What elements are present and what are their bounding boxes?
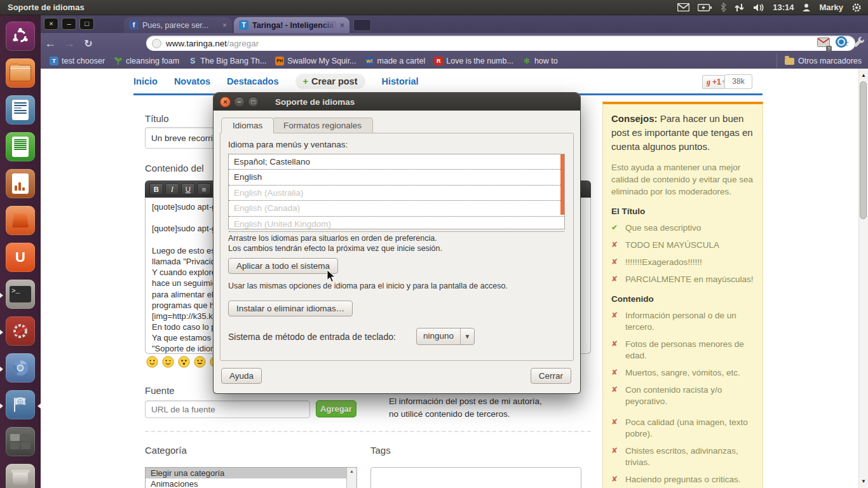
bookmark-item[interactable]: ✻how to — [522, 57, 558, 65]
folder-icon — [785, 58, 794, 65]
bluetooth-icon[interactable] — [720, 3, 726, 12]
categoria-listbox[interactable]: Elegir una categoría Animaciones ▲ — [145, 467, 357, 488]
forward-button[interactable]: → — [60, 37, 79, 50]
align-button[interactable]: ≡ — [197, 183, 211, 195]
ubuntu-dash-button[interactable] — [6, 22, 35, 51]
volume-icon[interactable] — [753, 3, 764, 12]
network-icon[interactable] — [735, 3, 745, 12]
window-maximize-button[interactable]: □ — [79, 18, 94, 30]
addon-circle-icon[interactable] — [835, 36, 848, 51]
bookmark-item[interactable]: cleansing foam — [114, 57, 179, 65]
tags-input[interactable] — [370, 467, 581, 488]
language-row[interactable]: English — [229, 170, 564, 185]
site-identity-icon[interactable] — [152, 39, 161, 48]
language-row[interactable]: Español; Castellano — [229, 154, 564, 170]
install-remove-languages-button[interactable]: Instalar o eliminar idiomas… — [228, 301, 353, 316]
bookmark-item[interactable]: SThe Big Bang Th... — [188, 57, 266, 65]
tip-item: ✘Con contenido racista y/o peyorativo. — [611, 384, 754, 407]
ubuntu-one-icon[interactable]: U — [6, 243, 35, 272]
bookmark-item[interactable]: w!made a cartel — [365, 57, 426, 65]
other-bookmarks-button[interactable]: Otros marcadores — [776, 53, 862, 69]
workspace-switcher-icon[interactable] — [6, 427, 35, 456]
language-support-icon[interactable] — [6, 390, 35, 419]
consejos-panel: Consejos: Para hacer un buen post es imp… — [602, 102, 763, 488]
smiley-icon[interactable] — [162, 356, 174, 368]
apply-system-wide-button[interactable]: Aplicar a todo el sistema — [228, 258, 338, 274]
dialog-close-button[interactable]: × — [220, 97, 231, 107]
top-panel: Soporte de idiomas 13:14 Marky — [0, 0, 868, 15]
window-minimize-button[interactable]: – — [62, 18, 76, 30]
user-menu[interactable]: Marky — [819, 3, 843, 12]
scroll-down-icon[interactable]: ▼ — [859, 478, 868, 484]
categoria-scrollbar[interactable]: ▲ — [346, 468, 356, 488]
libreoffice-writer-icon[interactable] — [6, 95, 35, 125]
categoria-option[interactable]: Elegir una categoría — [146, 468, 356, 478]
bookmark-label: test chooser — [62, 57, 105, 65]
bookmark-item[interactable]: RLove is the numb... — [434, 57, 513, 65]
language-row[interactable]: English (Canada) — [229, 201, 564, 216]
close-dialog-button[interactable]: Cerrar — [531, 368, 571, 384]
tab-formatos-regionales[interactable]: Formatos regionales — [272, 118, 373, 133]
smiley-icon[interactable] — [194, 356, 206, 368]
consejos-heading: Consejos: — [611, 113, 658, 124]
scroll-up-icon[interactable]: ▲ — [347, 469, 356, 473]
url-bar[interactable]: www.taringa.net /agregar ☆ — [146, 36, 855, 51]
fuente-input[interactable] — [145, 400, 310, 418]
language-row[interactable]: English (Australia) — [229, 186, 564, 201]
back-button[interactable]: ← — [41, 37, 60, 50]
libreoffice-impress-icon[interactable] — [6, 169, 35, 198]
tab-close-icon[interactable]: × — [340, 21, 344, 30]
libreoffice-calc-icon[interactable] — [6, 132, 35, 161]
smiley-icon[interactable] — [178, 356, 190, 368]
terminal-icon[interactable]: >_ — [6, 280, 35, 309]
active-app-title: Soporte de idiomas — [8, 3, 85, 12]
dialog-title: Soporte de idiomas — [275, 97, 355, 107]
hint-line: Los cambios tendrán efecto la próxima ve… — [228, 244, 442, 254]
autoria-line: El información del post es de mi autoría… — [389, 395, 542, 408]
scroll-up-icon[interactable]: ▲ — [859, 72, 868, 78]
reload-button[interactable]: ↻ — [79, 37, 98, 50]
italic-button[interactable]: I — [165, 183, 179, 195]
language-listbox[interactable]: Español; Castellano English English (Aus… — [228, 154, 565, 229]
categoria-option[interactable]: Animaciones — [146, 478, 356, 488]
clock[interactable]: 13:14 — [773, 3, 794, 12]
tab-close-icon[interactable]: × — [222, 21, 227, 30]
page-scrollbar[interactable]: ▲ ▼ — [858, 69, 868, 488]
tab-taringa[interactable]: T Taringa! - Inteligencia Cole × — [234, 17, 349, 33]
chromium-icon[interactable] — [6, 353, 35, 383]
language-row[interactable]: English (United Kingdom) — [229, 217, 564, 232]
cross-icon: ✘ — [611, 417, 620, 440]
url-host: www.taringa.net — [166, 39, 227, 48]
mail-icon[interactable] — [677, 3, 689, 11]
tab-idiomas[interactable]: Idiomas — [221, 118, 274, 133]
listbox-scrollbar[interactable] — [560, 154, 564, 215]
underline-button[interactable]: U — [181, 183, 195, 195]
scrollbar-thumb[interactable] — [860, 81, 867, 219]
dialog-maximize-button[interactable]: □ — [248, 97, 259, 107]
agregar-button[interactable]: Agregar — [316, 400, 356, 417]
bold-button[interactable]: B — [149, 183, 163, 195]
dialog-minimize-button[interactable]: – — [234, 97, 245, 107]
window-close-button[interactable]: × — [44, 18, 58, 30]
google-g-icon: g — [707, 78, 710, 87]
help-button[interactable]: Ayuda — [221, 368, 262, 384]
session-gear-icon[interactable] — [851, 3, 862, 13]
tab-facebook[interactable]: f Pues, parece ser... × — [124, 17, 232, 33]
trash-icon[interactable] — [6, 464, 35, 488]
dialog-titlebar[interactable]: × – □ Soporte de idiomas — [214, 93, 580, 111]
wrench-icon[interactable] — [853, 36, 865, 51]
url-path: /agregar — [227, 39, 259, 48]
software-center-icon[interactable] — [6, 206, 35, 235]
mail-notifier-icon[interactable]: ? — [817, 37, 830, 50]
system-settings-icon[interactable] — [6, 316, 35, 346]
bookmark-favicon: w! — [365, 57, 374, 65]
tip-item: ✘TODO EN MAYÚSCULA — [611, 240, 754, 251]
tags-label: Tags — [370, 445, 391, 456]
ime-dropdown[interactable]: ninguno ▼ — [416, 328, 475, 345]
smiley-icon[interactable] — [146, 356, 158, 368]
battery-icon[interactable] — [698, 4, 712, 11]
bookmark-item[interactable]: Ttest chooser — [50, 57, 105, 65]
files-icon[interactable] — [6, 58, 35, 88]
bookmark-item[interactable]: PHSwallow My Squir... — [275, 57, 356, 65]
new-tab-button[interactable] — [353, 19, 371, 31]
